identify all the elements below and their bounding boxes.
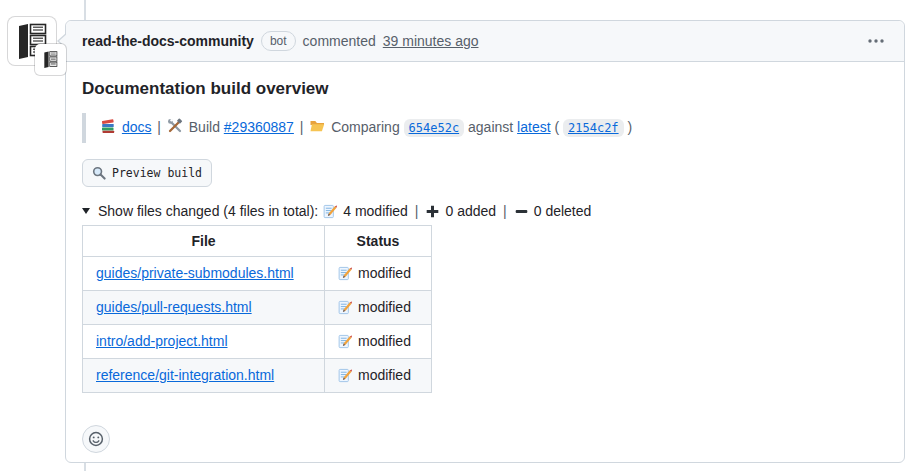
comment-body: Documentation build overview docs | Buil…	[66, 62, 904, 469]
status-text: modified	[358, 264, 411, 283]
file-link[interactable]: guides/pull-requests.html	[96, 299, 252, 315]
file-column-header: File	[83, 226, 325, 257]
author-link[interactable]: read-the-docs-community	[82, 33, 254, 49]
files-summary-label: Show files changed (4 files in total):	[98, 203, 318, 219]
memo-icon	[338, 266, 353, 281]
separator: |	[155, 119, 163, 135]
preview-build-row: Preview build	[82, 159, 888, 187]
table-header-row: File Status	[83, 226, 432, 257]
add-reaction-button[interactable]	[82, 425, 110, 453]
comment-author-avatar[interactable]	[8, 17, 56, 65]
comment-header: read-the-docs-community bot commented 39…	[66, 21, 904, 62]
docs-link[interactable]: docs	[122, 119, 152, 135]
open-folder-icon	[309, 117, 325, 141]
status-text: modified	[358, 332, 411, 351]
kebab-icon	[868, 39, 884, 43]
table-row: reference/git-integration.html modified	[83, 359, 432, 393]
read-the-docs-mini-avatar	[35, 44, 66, 75]
memo-icon	[323, 204, 338, 219]
memo-icon	[338, 300, 353, 315]
bot-badge: bot	[261, 31, 296, 51]
commented-text: commented	[303, 33, 376, 49]
table-row: guides/private-submodules.html modified	[83, 257, 432, 291]
separator: |	[501, 203, 509, 219]
added-count: 0 added	[445, 203, 496, 219]
status-text: modified	[358, 298, 411, 317]
build-meta-blockquote: docs | Build #29360887 | Comparing 654e5…	[82, 113, 888, 143]
separator: |	[298, 119, 306, 135]
chevron-down-icon	[82, 208, 90, 214]
commit-to-link[interactable]: 2154c2f	[563, 119, 624, 137]
file-link[interactable]: intro/add-project.html	[96, 333, 228, 349]
table-row: intro/add-project.html modified	[83, 325, 432, 359]
status-text: modified	[358, 366, 411, 385]
preview-build-label: Preview build	[112, 166, 202, 180]
modified-count: 4 modified	[343, 203, 408, 219]
file-link[interactable]: guides/private-submodules.html	[96, 265, 294, 281]
files-changed-table: File Status guides/private-submodules.ht…	[82, 225, 432, 393]
kebab-menu-button[interactable]	[864, 35, 888, 47]
deleted-count: 0 deleted	[534, 203, 592, 219]
magnifying-glass-icon	[92, 166, 106, 180]
memo-icon	[338, 334, 353, 349]
table-row: guides/pull-requests.html modified	[83, 291, 432, 325]
hammer-wrench-icon	[167, 117, 183, 141]
build-label: Build	[189, 119, 220, 135]
smiley-icon	[88, 431, 104, 447]
latest-link[interactable]: latest	[517, 119, 550, 135]
paren-close: )	[627, 119, 632, 135]
timestamp-link[interactable]: 39 minutes ago	[383, 33, 479, 49]
memo-icon	[338, 368, 353, 383]
preview-build-button[interactable]: Preview build	[82, 159, 212, 187]
paren-open: (	[554, 119, 559, 135]
minus-icon	[514, 204, 529, 219]
against-label: against	[468, 119, 513, 135]
file-link[interactable]: reference/git-integration.html	[96, 367, 274, 383]
show-files-changed-toggle[interactable]: Show files changed (4 files in total): 4…	[82, 203, 888, 219]
comment-card: read-the-docs-community bot commented 39…	[65, 20, 905, 463]
status-column-header: Status	[325, 226, 432, 257]
build-number-link[interactable]: #29360887	[224, 119, 294, 135]
plus-icon	[425, 204, 440, 219]
comparing-label: Comparing	[331, 119, 399, 135]
books-icon	[100, 117, 116, 141]
separator: |	[413, 203, 421, 219]
commit-from-link[interactable]: 654e52c	[404, 119, 465, 137]
page-title: Documentation build overview	[82, 78, 888, 99]
